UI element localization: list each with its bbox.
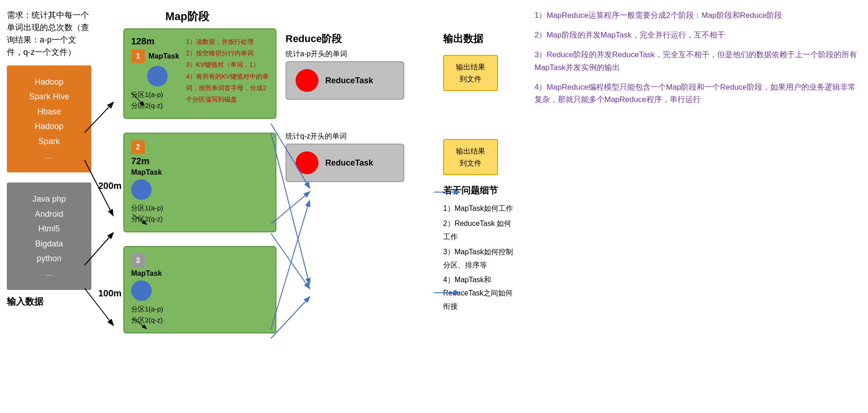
maptask-label-3: MapTask: [131, 269, 162, 277]
input-file1: HadoopSpark HiveHbaseHadoopSpark…: [7, 65, 91, 172]
map-task-box-2: 2 72m MapTask 分区1(a-p)分区2(q-z): [123, 133, 276, 232]
ext-size-3: 100m: [98, 288, 123, 299]
details-list: 1）MapTask如何工作 2）ReduceTask 如何工作 3）MapTas…: [443, 202, 516, 313]
ext-size-2: 200m: [98, 181, 123, 191]
maptask-label-2: MapTask: [131, 168, 162, 177]
output-file-2: 输出结果到文件: [443, 139, 498, 175]
map-task-row-1: 128m 1 MapTask 分区1(a-p)分区2(q-z): [98, 28, 276, 126]
right-notes-panel: 1）MapReduce运算程序一般需要分成2个阶段：Map阶段和Reduce阶段…: [525, 9, 861, 404]
reduce-phase: Reduce阶段 统计a-p开头的单词 ReduceTask 统计q-z开头的单…: [286, 9, 436, 404]
circle-3: [131, 280, 152, 301]
badge-2: 2: [131, 140, 145, 154]
red-circle-1: [296, 69, 318, 92]
reduce-label-1: 统计a-p开头的单词: [286, 49, 436, 59]
partition-1: 分区1(a-p)分区2(q-z): [131, 89, 179, 111]
output-file-label-2: 输出结果到文件: [456, 147, 485, 167]
content-area: 需求：统计其中每一个单词出现的总次数（查询结果：a-p一个文件，q-z一个文件）…: [0, 0, 868, 413]
task1-size: 128m: [131, 36, 179, 47]
details-section: 若干问题细节 1）MapTask如何工作 2）ReduceTask 如何工作 3…: [443, 184, 516, 313]
file1-content: HadoopSpark HiveHbaseHadoopSpark…: [29, 77, 69, 161]
reduce-label-2: 统计q-z开头的单词: [286, 132, 436, 141]
map-task-box-1: 128m 1 MapTask 分区1(a-p)分区2(q-z): [123, 28, 276, 119]
input-data-label: 输入数据: [7, 295, 91, 308]
badge-1: 1: [131, 49, 145, 63]
map-task-box-3: 3 MapTask 分区1(a-p)分区2(q-z): [123, 246, 276, 333]
detail-4: 4）MapTask和ReduceTask之间如何衔接: [443, 274, 516, 313]
partition-3: 分区1(a-p)分区2(q-z): [131, 304, 163, 326]
right-note-4: 4）MapReduce编程模型只能包含一个Map阶段和一个Reduce阶段，如果…: [535, 81, 861, 106]
reduce-task-section-2: 统计q-z开头的单词 ReduceTask: [286, 132, 436, 182]
reduce-task-section-1: 统计a-p开头的单词 ReduceTask: [286, 49, 436, 100]
maptask-label-1: MapTask: [148, 52, 179, 60]
file2-content: Java phpAndroidHtml5Bigdatapython…: [32, 194, 66, 278]
detail-1: 1）MapTask如何工作: [443, 202, 516, 215]
detail-3: 3）MapTask如何控制分区、排序等: [443, 246, 516, 272]
right-note-3: 3）Reduce阶段的并发ReduceTask，完全互不相干，但是他们的数据依赖…: [535, 48, 861, 73]
map-task-row-3: 100m 3 MapTask 分区1(a-p)分区2(q-z): [98, 246, 276, 340]
partition-2: 分区1(a-p)分区2(q-z): [131, 203, 163, 225]
full-layout: 需求：统计其中每一个单词出现的总次数（查询结果：a-p一个文件，q-z一个文件）…: [0, 0, 868, 413]
reduce-task-label-2: ReduceTask: [325, 158, 373, 168]
map-phase-title: Map阶段: [98, 9, 276, 24]
output-file-label-1: 输出结果到文件: [456, 63, 485, 83]
red-circle-2: [296, 151, 318, 174]
detail-2: 2）ReduceTask 如何工作: [443, 217, 516, 244]
output-section: 输出数据 输出结果到文件 输出结果到文件 若干问题细节 1）MapTask如何工…: [443, 9, 516, 404]
map-task-row-2: 200m 2 72m MapTask 分区1(a-p)分区2(q-z): [98, 133, 276, 239]
reduce-task-label-1: ReduceTask: [325, 76, 373, 86]
circle-1: [147, 66, 168, 86]
left-panel: 需求：统计其中每一个单词出现的总次数（查询结果：a-p一个文件，q-z一个文件）…: [7, 9, 91, 404]
requirement-text: 需求：统计其中每一个单词出现的总次数（查询结果：a-p一个文件，q-z一个文件）: [7, 9, 91, 59]
right-note-1: 1）MapReduce运算程序一般需要分成2个阶段：Map阶段和Reduce阶段: [535, 9, 861, 21]
right-note-2: 2）Map阶段的并发MapTask，完全并行运行，互不相干: [535, 29, 861, 41]
output-title: 输出数据: [443, 32, 516, 46]
circle-2: [131, 179, 152, 200]
reduce-task-box-1: ReduceTask: [286, 61, 404, 100]
reduce-phase-title: Reduce阶段: [286, 32, 436, 46]
task2-size: 72m: [131, 156, 163, 166]
output-file-1: 输出结果到文件: [443, 55, 498, 91]
input-file2: Java phpAndroidHtml5Bigdatapython…: [7, 182, 91, 290]
badge-3: 3: [131, 254, 145, 268]
reduce-task-box-2: ReduceTask: [286, 144, 404, 182]
map-phase: Map阶段 128m 1 MapTask: [98, 9, 276, 404]
details-title: 若干问题细节: [443, 184, 516, 197]
map1-notes: 1）读数据，并按行处理 2）按空格切分行内单词 3）KV键值对（单词，1） 4）…: [186, 36, 269, 105]
